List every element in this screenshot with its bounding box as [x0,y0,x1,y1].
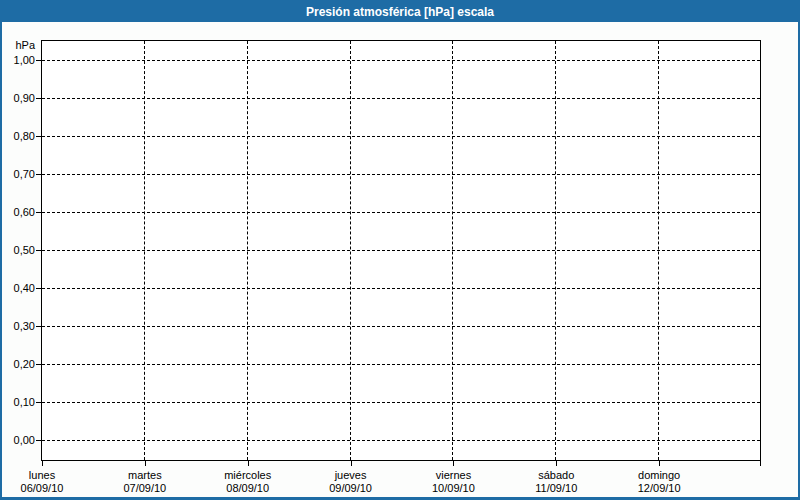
x-tick-mark [453,461,454,466]
gridline-vertical [658,41,659,460]
gridline-horizontal [42,212,760,213]
gridline-vertical [452,41,453,460]
gridline-horizontal [42,440,760,441]
plot-area [41,40,761,461]
y-tick-mark [36,98,41,99]
y-tick-label: 0,10 [2,394,35,410]
y-axis-unit-label: hPa [2,37,35,53]
y-tick-mark [36,326,41,327]
y-tick-label: 0,90 [2,90,35,106]
y-tick-label: 0,40 [2,280,35,296]
gridline-vertical [247,41,248,460]
gridline-vertical [555,41,556,460]
y-tick-label: 0,00 [2,432,35,448]
gridline-horizontal [42,288,760,289]
y-tick-label: 0,30 [2,318,35,334]
y-tick-mark [36,136,41,137]
x-day-label: domingo [599,469,719,482]
gridline-horizontal [42,60,760,61]
chart-area: hPa 1,000,900,800,700,600,500,400,300,20… [2,2,798,497]
gridline-horizontal [42,364,760,365]
y-tick-mark [36,212,41,213]
x-tick-mark [42,461,43,466]
y-tick-label: 0,20 [2,356,35,372]
y-tick-mark [36,250,41,251]
y-tick-mark [36,440,41,441]
gridline-horizontal [42,136,760,137]
gridline-horizontal [42,250,760,251]
x-tick-mark [248,461,249,466]
y-tick-label: 0,50 [2,242,35,258]
y-tick-mark [36,402,41,403]
gridline-vertical [350,41,351,460]
chart-window: Presión atmosférica [hPa] escala hPa 1,0… [0,0,800,500]
y-tick-mark [36,364,41,365]
x-tick-mark [145,461,146,466]
x-tick-mark [351,461,352,466]
y-tick-mark [36,174,41,175]
gridline-horizontal [42,402,760,403]
y-tick-mark [36,60,41,61]
x-tick-mark [659,461,660,466]
gridline-horizontal [42,326,760,327]
y-tick-label: 0,70 [2,166,35,182]
x-tick-mark [556,461,557,466]
x-date-label: 12/09/10 [599,482,719,495]
gridline-horizontal [42,98,760,99]
y-tick-mark [36,288,41,289]
y-tick-label: 0,80 [2,128,35,144]
y-tick-label: 1,00 [2,52,35,68]
y-tick-label: 0,60 [2,204,35,220]
gridline-horizontal [42,174,760,175]
x-tick-mark [760,461,761,466]
gridline-vertical [144,41,145,460]
